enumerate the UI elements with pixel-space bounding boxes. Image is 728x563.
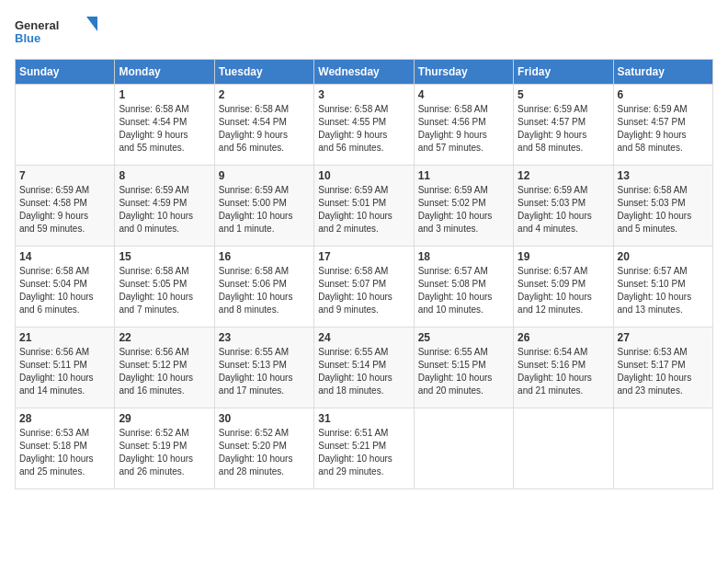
calendar-cell: 13Sunrise: 6:58 AMSunset: 5:03 PMDayligh… <box>613 166 712 247</box>
day-info: Sunrise: 6:56 AMSunset: 5:12 PMDaylight:… <box>119 346 210 397</box>
day-number: 5 <box>518 88 609 101</box>
calendar-cell: 24Sunrise: 6:55 AMSunset: 5:14 PMDayligh… <box>314 327 414 408</box>
svg-text:Blue: Blue <box>15 31 40 45</box>
calendar-cell: 4Sunrise: 6:58 AMSunset: 4:56 PMDaylight… <box>414 85 513 166</box>
day-info: Sunrise: 6:57 AMSunset: 5:08 PMDaylight:… <box>418 265 509 316</box>
calendar-cell: 14Sunrise: 6:58 AMSunset: 5:04 PMDayligh… <box>16 247 115 327</box>
day-number: 2 <box>219 88 310 101</box>
day-number: 12 <box>518 169 609 182</box>
day-info: Sunrise: 6:58 AMSunset: 5:06 PMDaylight:… <box>219 265 310 316</box>
calendar-header-row: SundayMondayTuesdayWednesdayThursdayFrid… <box>16 60 713 85</box>
calendar-cell: 6Sunrise: 6:59 AMSunset: 4:57 PMDaylight… <box>613 85 712 166</box>
day-number: 8 <box>119 169 210 182</box>
calendar-cell: 31Sunrise: 6:51 AMSunset: 5:21 PMDayligh… <box>314 408 414 489</box>
day-number: 13 <box>618 169 709 182</box>
calendar-cell: 8Sunrise: 6:59 AMSunset: 4:59 PMDaylight… <box>115 166 214 247</box>
day-info: Sunrise: 6:58 AMSunset: 5:04 PMDaylight:… <box>19 265 110 316</box>
day-number: 29 <box>119 412 210 425</box>
calendar-cell: 17Sunrise: 6:58 AMSunset: 5:07 PMDayligh… <box>314 247 414 327</box>
day-number: 4 <box>418 88 509 101</box>
day-number: 9 <box>219 169 310 182</box>
col-header-tuesday: Tuesday <box>214 60 313 85</box>
calendar-cell: 23Sunrise: 6:55 AMSunset: 5:13 PMDayligh… <box>214 327 313 408</box>
day-info: Sunrise: 6:58 AMSunset: 4:55 PMDaylight:… <box>318 103 409 155</box>
day-number: 18 <box>418 250 509 263</box>
day-info: Sunrise: 6:58 AMSunset: 4:54 PMDaylight:… <box>119 103 210 155</box>
day-info: Sunrise: 6:59 AMSunset: 5:01 PMDaylight:… <box>318 184 409 236</box>
calendar-week-row: 7Sunrise: 6:59 AMSunset: 4:58 PMDaylight… <box>16 166 713 247</box>
calendar-cell: 3Sunrise: 6:58 AMSunset: 4:55 PMDaylight… <box>314 85 414 166</box>
calendar-week-row: 1Sunrise: 6:58 AMSunset: 4:54 PMDaylight… <box>16 85 713 166</box>
day-info: Sunrise: 6:51 AMSunset: 5:21 PMDaylight:… <box>318 427 409 478</box>
day-info: Sunrise: 6:54 AMSunset: 5:16 PMDaylight:… <box>518 346 609 397</box>
day-number: 6 <box>618 88 709 101</box>
day-info: Sunrise: 6:59 AMSunset: 4:57 PMDaylight:… <box>618 103 709 155</box>
calendar-cell: 12Sunrise: 6:59 AMSunset: 5:03 PMDayligh… <box>514 166 613 247</box>
col-header-monday: Monday <box>115 60 214 85</box>
calendar-cell: 22Sunrise: 6:56 AMSunset: 5:12 PMDayligh… <box>115 327 214 408</box>
day-info: Sunrise: 6:53 AMSunset: 5:17 PMDaylight:… <box>618 346 709 397</box>
col-header-sunday: Sunday <box>16 60 115 85</box>
day-info: Sunrise: 6:58 AMSunset: 5:03 PMDaylight:… <box>618 184 709 236</box>
day-info: Sunrise: 6:59 AMSunset: 4:58 PMDaylight:… <box>19 184 110 236</box>
col-header-thursday: Thursday <box>414 60 513 85</box>
calendar-week-row: 14Sunrise: 6:58 AMSunset: 5:04 PMDayligh… <box>16 247 713 327</box>
day-info: Sunrise: 6:57 AMSunset: 5:09 PMDaylight:… <box>518 265 609 316</box>
day-number: 28 <box>19 412 110 425</box>
day-number: 17 <box>318 250 409 263</box>
calendar-cell <box>414 408 513 489</box>
day-info: Sunrise: 6:58 AMSunset: 4:56 PMDaylight:… <box>418 103 509 155</box>
calendar-cell <box>514 408 613 489</box>
day-info: Sunrise: 6:52 AMSunset: 5:20 PMDaylight:… <box>219 427 310 478</box>
day-number: 24 <box>318 331 409 344</box>
day-info: Sunrise: 6:59 AMSunset: 5:00 PMDaylight:… <box>219 184 310 236</box>
calendar-cell: 2Sunrise: 6:58 AMSunset: 4:54 PMDaylight… <box>214 85 313 166</box>
calendar-cell: 26Sunrise: 6:54 AMSunset: 5:16 PMDayligh… <box>514 327 613 408</box>
day-info: Sunrise: 6:58 AMSunset: 5:07 PMDaylight:… <box>318 265 409 316</box>
svg-marker-2 <box>86 17 97 31</box>
day-info: Sunrise: 6:55 AMSunset: 5:14 PMDaylight:… <box>318 346 409 397</box>
calendar-cell: 18Sunrise: 6:57 AMSunset: 5:08 PMDayligh… <box>414 247 513 327</box>
day-info: Sunrise: 6:56 AMSunset: 5:11 PMDaylight:… <box>19 346 110 397</box>
day-number: 23 <box>219 331 310 344</box>
day-number: 20 <box>618 250 709 263</box>
calendar-cell: 21Sunrise: 6:56 AMSunset: 5:11 PMDayligh… <box>16 327 115 408</box>
day-info: Sunrise: 6:57 AMSunset: 5:10 PMDaylight:… <box>618 265 709 316</box>
day-info: Sunrise: 6:53 AMSunset: 5:18 PMDaylight:… <box>19 427 110 478</box>
day-info: Sunrise: 6:58 AMSunset: 5:05 PMDaylight:… <box>119 265 210 316</box>
calendar-cell: 1Sunrise: 6:58 AMSunset: 4:54 PMDaylight… <box>115 85 214 166</box>
day-number: 1 <box>119 88 210 101</box>
day-number: 31 <box>318 412 409 425</box>
calendar-cell: 30Sunrise: 6:52 AMSunset: 5:20 PMDayligh… <box>214 408 313 489</box>
calendar-table: SundayMondayTuesdayWednesdayThursdayFrid… <box>15 59 713 489</box>
day-number: 25 <box>418 331 509 344</box>
day-number: 15 <box>119 250 210 263</box>
calendar-week-row: 28Sunrise: 6:53 AMSunset: 5:18 PMDayligh… <box>16 408 713 489</box>
day-number: 26 <box>518 331 609 344</box>
day-number: 7 <box>19 169 110 182</box>
day-number: 3 <box>318 88 409 101</box>
col-header-wednesday: Wednesday <box>314 60 414 85</box>
calendar-cell: 25Sunrise: 6:55 AMSunset: 5:15 PMDayligh… <box>414 327 513 408</box>
calendar-cell: 5Sunrise: 6:59 AMSunset: 4:57 PMDaylight… <box>514 85 613 166</box>
calendar-cell <box>613 408 712 489</box>
calendar-cell: 20Sunrise: 6:57 AMSunset: 5:10 PMDayligh… <box>613 247 712 327</box>
day-info: Sunrise: 6:52 AMSunset: 5:19 PMDaylight:… <box>119 427 210 478</box>
day-info: Sunrise: 6:59 AMSunset: 5:02 PMDaylight:… <box>418 184 509 236</box>
calendar-cell: 11Sunrise: 6:59 AMSunset: 5:02 PMDayligh… <box>414 166 513 247</box>
day-info: Sunrise: 6:59 AMSunset: 4:57 PMDaylight:… <box>518 103 609 155</box>
day-number: 27 <box>618 331 709 344</box>
day-number: 22 <box>119 331 210 344</box>
day-info: Sunrise: 6:59 AMSunset: 5:03 PMDaylight:… <box>518 184 609 236</box>
calendar-cell: 27Sunrise: 6:53 AMSunset: 5:17 PMDayligh… <box>613 327 712 408</box>
calendar-cell: 19Sunrise: 6:57 AMSunset: 5:09 PMDayligh… <box>514 247 613 327</box>
day-number: 30 <box>219 412 310 425</box>
col-header-saturday: Saturday <box>613 60 712 85</box>
day-number: 21 <box>19 331 110 344</box>
day-number: 19 <box>518 250 609 263</box>
day-info: Sunrise: 6:58 AMSunset: 4:54 PMDaylight:… <box>219 103 310 155</box>
day-number: 16 <box>219 250 310 263</box>
calendar-cell: 28Sunrise: 6:53 AMSunset: 5:18 PMDayligh… <box>16 408 115 489</box>
col-header-friday: Friday <box>514 60 613 85</box>
logo-svg: General Blue <box>15 15 97 48</box>
